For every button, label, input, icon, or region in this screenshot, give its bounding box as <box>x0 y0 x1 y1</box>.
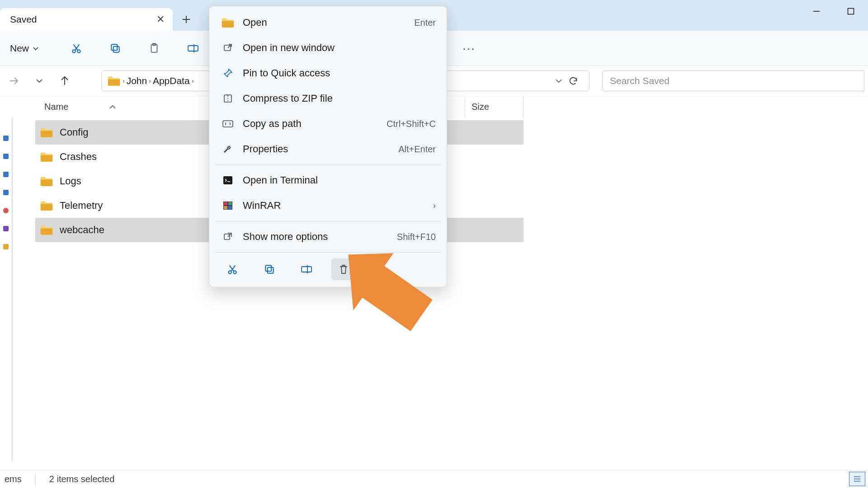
menu-open-in-terminal[interactable]: Open in Terminal <box>209 168 447 193</box>
menu-label: Open <box>243 17 267 28</box>
svg-rect-16 <box>228 206 232 209</box>
svg-rect-22 <box>302 267 311 272</box>
tab-saved[interactable]: Saved ✕ <box>0 8 173 31</box>
terminal-icon <box>220 175 236 185</box>
details-view-button[interactable] <box>849 472 865 486</box>
status-bar: ems 2 items selected <box>0 470 868 488</box>
file-name: Telemetry <box>60 200 103 211</box>
chevron-right-icon: › <box>123 77 125 84</box>
cut-icon <box>226 263 238 275</box>
menu-compress-to-zip-file[interactable]: Compress to ZIP file <box>209 86 447 111</box>
menu-show-more-options[interactable]: Show more optionsShift+F10 <box>209 224 447 249</box>
menu-shortcut: Shift+F10 <box>397 232 436 242</box>
context-menu: OpenEnterOpen in new windowPin to Quick … <box>209 6 447 287</box>
menu-label: Properties <box>243 143 288 155</box>
annotation-arrow <box>335 253 443 339</box>
svg-rect-7 <box>188 46 198 51</box>
sort-asc-icon <box>109 104 116 110</box>
menu-label: Open in Terminal <box>243 174 318 186</box>
folder-icon <box>40 127 53 138</box>
more-dots: ··· <box>463 42 476 55</box>
svg-rect-4 <box>111 44 117 50</box>
menu-label: WinRAR <box>243 200 281 211</box>
svg-rect-14 <box>228 202 232 205</box>
svg-rect-0 <box>848 9 854 14</box>
refresh-button[interactable] <box>563 70 584 91</box>
rename-icon <box>300 264 313 275</box>
column-name[interactable]: Name <box>44 102 162 112</box>
file-name: Config <box>60 127 89 138</box>
wrench-icon <box>220 144 236 155</box>
file-name: webcache <box>60 224 104 236</box>
folder-icon <box>40 225 53 235</box>
forward-button[interactable] <box>4 70 24 91</box>
menu-shortcut: Alt+Enter <box>398 144 436 155</box>
new-tab-button[interactable] <box>173 8 200 31</box>
new-button[interactable]: New <box>4 39 47 57</box>
more-icon <box>220 231 236 242</box>
file-name: Crashes <box>60 151 97 163</box>
maximize-button[interactable] <box>834 0 868 23</box>
svg-rect-20 <box>268 267 274 273</box>
pin-icon <box>220 68 236 79</box>
copy-button[interactable] <box>101 36 129 61</box>
menu-copy-as-path[interactable]: Copy as pathCtrl+Shift+C <box>209 111 447 136</box>
newwin-icon <box>220 42 236 53</box>
cut-button[interactable] <box>220 258 245 280</box>
menu-shortcut: Enter <box>414 18 436 28</box>
svg-marker-23 <box>335 253 442 339</box>
crumb-john[interactable]: John <box>127 75 147 86</box>
addr-dropdown[interactable] <box>555 78 563 84</box>
file-name: Logs <box>60 175 81 187</box>
nav-sidebar-edge <box>0 117 13 461</box>
menu-label: Open in new window <box>243 42 335 54</box>
menu-open-in-new-window[interactable]: Open in new window <box>209 35 447 61</box>
menu-label: Compress to ZIP file <box>243 93 333 104</box>
paste-button[interactable] <box>140 36 168 61</box>
folder-icon <box>220 17 236 28</box>
up-button[interactable] <box>54 70 75 91</box>
status-selected: 2 items selected <box>49 474 115 484</box>
menu-pin-to-quick-access[interactable]: Pin to Quick access <box>209 61 447 86</box>
close-icon[interactable]: ✕ <box>156 14 165 25</box>
search-placeholder: Search Saved <box>610 75 670 86</box>
cut-button[interactable] <box>62 36 90 61</box>
svg-rect-15 <box>224 206 227 209</box>
svg-rect-17 <box>224 234 230 239</box>
folder-icon <box>40 176 53 187</box>
menu-open[interactable]: OpenEnter <box>209 10 447 35</box>
rename-button[interactable] <box>294 258 319 280</box>
column-size[interactable]: Size <box>465 96 524 117</box>
path-icon <box>220 119 236 129</box>
copy-button[interactable] <box>257 258 282 280</box>
svg-rect-21 <box>265 265 271 271</box>
chevron-right-icon: › <box>192 77 194 84</box>
svg-rect-11 <box>223 176 232 184</box>
minimize-button[interactable] <box>799 0 834 23</box>
chevron-right-icon: › <box>149 77 151 84</box>
folder-icon <box>40 151 53 162</box>
menu-properties[interactable]: PropertiesAlt+Enter <box>209 136 447 162</box>
rename-button[interactable] <box>179 36 207 61</box>
tab-title: Saved <box>10 14 37 25</box>
recent-dropdown[interactable] <box>29 70 50 91</box>
menu-shortcut: Ctrl+Shift+C <box>387 119 436 129</box>
copy-icon <box>264 263 275 275</box>
more-button[interactable]: ··· <box>456 42 483 55</box>
new-label: New <box>10 43 29 54</box>
crumb-appdata[interactable]: AppData <box>153 75 190 86</box>
svg-rect-13 <box>224 202 227 205</box>
folder-icon <box>107 75 121 86</box>
search-input[interactable]: Search Saved <box>602 70 864 91</box>
svg-rect-3 <box>113 46 119 52</box>
winrar-icon <box>220 201 236 211</box>
menu-label: Show more options <box>243 231 328 243</box>
window-controls <box>799 0 868 23</box>
zip-icon <box>220 93 236 104</box>
folder-icon <box>40 200 53 211</box>
status-items: ems <box>5 474 22 484</box>
svg-rect-10 <box>223 121 233 127</box>
chevron-right-icon: › <box>433 201 436 211</box>
menu-label: Copy as path <box>243 118 302 130</box>
menu-winrar[interactable]: WinRAR› <box>209 193 447 218</box>
